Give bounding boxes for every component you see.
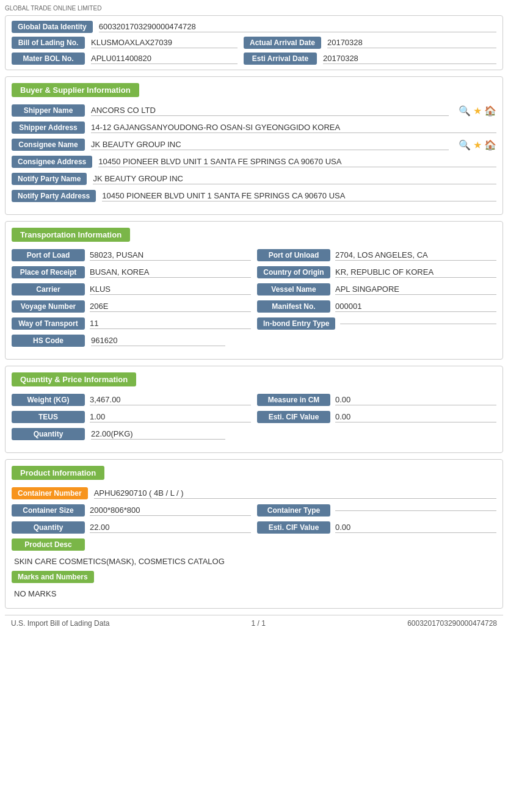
- teus-label: TEUS: [12, 411, 85, 423]
- esti-cif-qty-label: Esti. CIF Value: [257, 411, 330, 423]
- teus-cif-row: TEUS 1.00 Esti. CIF Value 0.00: [12, 411, 496, 423]
- mater-bol-label: Mater BOL No.: [12, 53, 85, 65]
- notify-address-row: Notify Party Address 10450 PIONEER BLVD …: [12, 190, 496, 202]
- measure-field: Measure in CM 0.00: [257, 394, 496, 406]
- star-icon[interactable]: ★: [473, 105, 482, 117]
- consignee-name-label: Consignee Name: [12, 139, 85, 151]
- transportation-section: Transportation Information Port of Load …: [5, 221, 503, 360]
- shipper-address-row: Shipper Address 14-12 GAJANGSANYOUDONG-R…: [12, 121, 496, 134]
- container-number-row: Container Number APHU6290710 ( 4B / L / …: [12, 487, 496, 499]
- notify-address-value: 10450 PIONEER BLVD UNIT 1 SANTA FE SPRIN…: [102, 191, 496, 201]
- port-unload-label: Port of Unload: [257, 249, 330, 261]
- transportation-title: Transportation Information: [12, 228, 130, 242]
- place-receipt-value: BUSAN, KOREA: [90, 267, 251, 278]
- port-load-field: Port of Load 58023, PUSAN: [12, 249, 251, 261]
- port-row: Port of Load 58023, PUSAN Port of Unload…: [12, 249, 496, 261]
- footer-right: 6003201703290000474728: [407, 619, 497, 628]
- logo: GLOBAL TRADE ONLINE LIMITED: [5, 5, 503, 12]
- footer-left: U.S. Import Bill of Lading Data: [11, 619, 109, 628]
- shipper-name-value: ANCORS CO LTD: [91, 106, 449, 116]
- voyage-value: 206E: [90, 302, 251, 312]
- quantity-price-title: Quantity & Price Information: [12, 372, 136, 386]
- prod-quantity-label: Quantity: [12, 521, 85, 534]
- manifest-label: Manifest No.: [257, 300, 330, 313]
- hs-code-value: 961620: [91, 336, 225, 346]
- marks-label: Marks and Numbers: [12, 571, 94, 583]
- measure-label: Measure in CM: [257, 394, 330, 406]
- hs-code-row: HS Code 961620: [12, 335, 496, 347]
- consignee-home-icon[interactable]: 🏠: [484, 139, 496, 151]
- consignee-address-row: Consignee Address 10450 PIONEER BLVD UNI…: [12, 156, 496, 168]
- teus-field: TEUS 1.00: [12, 411, 251, 423]
- product-desc-label: Product Desc: [12, 538, 85, 551]
- footer-center: 1 / 1: [252, 619, 266, 628]
- country-origin-value: KR, REPUBLIC OF KOREA: [335, 267, 496, 278]
- inbond-label: In-bond Entry Type: [257, 317, 335, 330]
- consignee-star-icon[interactable]: ★: [473, 139, 482, 151]
- mater-bol-value: APLU011400820: [91, 54, 238, 64]
- actual-arrival-label: Actual Arrival Date: [244, 37, 321, 49]
- way-transport-label: Way of Transport: [12, 317, 85, 330]
- bol-value: KLUSMOAXLAX27039: [91, 38, 238, 48]
- shipper-icons: 🔍 ★ 🏠: [459, 105, 496, 117]
- port-unload-value: 2704, LOS ANGELES, CA: [335, 250, 496, 261]
- buyer-supplier-section: Buyer & Supplier Information Shipper Nam…: [5, 76, 503, 215]
- inbond-field: In-bond Entry Type: [257, 317, 496, 330]
- esti-cif-qty-field: Esti. CIF Value 0.00: [257, 411, 496, 423]
- manifest-value: 000001: [335, 302, 496, 312]
- country-origin-field: Country of Origin KR, REPUBLIC OF KOREA: [257, 266, 496, 278]
- hs-code-label: HS Code: [12, 335, 85, 347]
- shipper-name-label: Shipper Name: [12, 104, 85, 117]
- product-desc-row: Product Desc SKIN CARE COSMETICS(MASK), …: [12, 538, 496, 566]
- header-section: Global Data Identity 6003201703290000474…: [5, 15, 503, 70]
- page-wrapper: GLOBAL TRADE ONLINE LIMITED Global Data …: [0, 0, 508, 812]
- actual-arrival-value: 20170328: [327, 38, 496, 48]
- mater-bol-row: Mater BOL No. APLU011400820 Esti Arrival…: [12, 53, 496, 65]
- esti-cif-qty-value: 0.00: [335, 412, 496, 422]
- notify-name-value: JK BEAUTY GROUP INC: [93, 174, 496, 184]
- consignee-name-row: Consignee Name JK BEAUTY GROUP INC 🔍 ★ 🏠: [12, 139, 496, 151]
- port-load-value: 58023, PUSAN: [90, 250, 251, 261]
- consignee-address-value: 10450 PIONEER BLVD UNIT 1 SANTA FE SPRIN…: [98, 157, 496, 167]
- way-transport-field: Way of Transport 11: [12, 317, 251, 330]
- container-size-field: Container Size 2000*806*800: [12, 504, 251, 517]
- consignee-address-label: Consignee Address: [12, 156, 92, 168]
- carrier-value: KLUS: [90, 285, 251, 295]
- shipper-address-value: 14-12 GAJANGSANYOUDONG-RO OSAN-SI GYEONG…: [91, 123, 496, 133]
- container-size-label: Container Size: [12, 504, 85, 517]
- footer-bar: U.S. Import Bill of Lading Data 1 / 1 60…: [5, 615, 503, 631]
- esti-arrival-label: Esti Arrival Date: [244, 53, 317, 65]
- notify-name-label: Notify Party Name: [12, 173, 87, 185]
- bol-label: Bill of Lading No.: [12, 37, 85, 49]
- notify-name-row: Notify Party Name JK BEAUTY GROUP INC: [12, 173, 496, 185]
- consignee-search-icon[interactable]: 🔍: [459, 139, 471, 151]
- weight-field: Weight (KG) 3,467.00: [12, 394, 251, 406]
- container-type-label: Container Type: [257, 504, 330, 517]
- container-size-value: 2000*806*800: [90, 506, 251, 516]
- buyer-supplier-title: Buyer & Supplier Information: [12, 83, 139, 97]
- quantity-label: Quantity: [12, 428, 85, 440]
- quantity-row: Quantity 22.00(PKG): [12, 428, 496, 440]
- vessel-name-field: Vessel Name APL SINGAPORE: [257, 283, 496, 295]
- shipper-name-row: Shipper Name ANCORS CO LTD 🔍 ★ 🏠: [12, 104, 496, 117]
- search-icon[interactable]: 🔍: [459, 105, 471, 117]
- place-receipt-label: Place of Receipt: [12, 266, 85, 278]
- global-data-identity-label: Global Data Identity: [12, 21, 93, 33]
- weight-value: 3,467.00: [90, 395, 251, 405]
- voyage-field: Voyage Number 206E: [12, 300, 251, 313]
- inbond-value: [340, 323, 496, 324]
- port-unload-field: Port of Unload 2704, LOS ANGELES, CA: [257, 249, 496, 261]
- receipt-origin-row: Place of Receipt BUSAN, KOREA Country of…: [12, 266, 496, 278]
- prod-cif-field: Esti. CIF Value 0.00: [257, 521, 496, 534]
- home-icon[interactable]: 🏠: [484, 105, 496, 117]
- global-data-identity-value: 6003201703290000474728: [99, 22, 496, 32]
- quantity-value: 22.00(PKG): [91, 429, 225, 440]
- manifest-field: Manifest No. 000001: [257, 300, 496, 313]
- weight-measure-row: Weight (KG) 3,467.00 Measure in CM 0.00: [12, 394, 496, 406]
- way-transport-value: 11: [90, 319, 251, 329]
- prod-quantity-value: 22.00: [90, 523, 251, 533]
- teus-value: 1.00: [90, 412, 251, 422]
- carrier-vessel-row: Carrier KLUS Vessel Name APL SINGAPORE: [12, 283, 496, 295]
- container-size-type-row: Container Size 2000*806*800 Container Ty…: [12, 504, 496, 517]
- vessel-name-label: Vessel Name: [257, 283, 330, 295]
